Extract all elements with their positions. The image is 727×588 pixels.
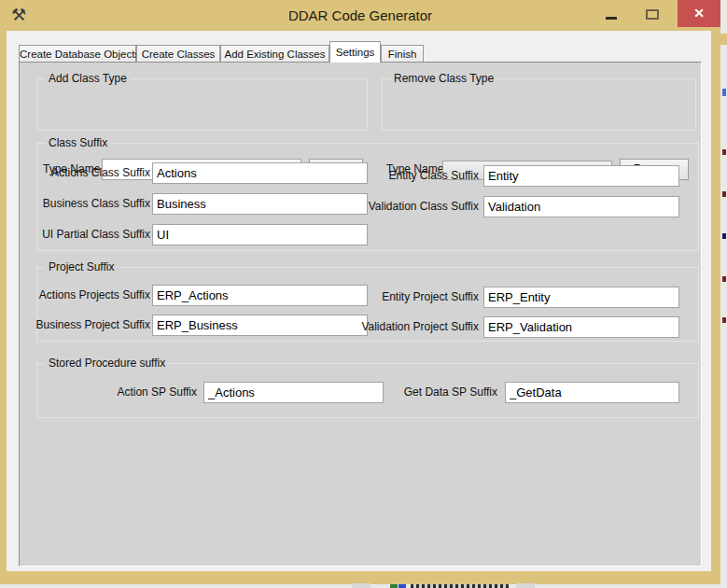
maximize-button[interactable] — [637, 0, 667, 27]
background-window-sliver — [722, 276, 726, 282]
entity-project-suffix-label: Entity Project Suffix — [356, 287, 479, 308]
action-sp-suffix-label: Action SP Suffix — [74, 382, 197, 403]
tab-add-existing-classes[interactable]: Add Existing Classes — [220, 45, 329, 63]
get-data-sp-suffix-label: Get Data SP Suffix — [374, 382, 497, 403]
group-legend: Add Class Type — [45, 72, 131, 85]
business-project-suffix-input[interactable] — [152, 315, 368, 336]
background-window-sliver — [722, 233, 726, 239]
tab-create-classes[interactable]: Create Classes — [136, 45, 220, 63]
group-remove-class-type: Remove Class Type — [382, 78, 696, 131]
group-legend: Project Suffix — [45, 260, 118, 273]
background-window-sliver — [722, 191, 726, 197]
close-button[interactable]: ✕ — [678, 0, 720, 27]
background-window-sliver — [390, 584, 398, 588]
validation-project-suffix-label: Validation Project Suffix — [356, 316, 479, 338]
tab-settings[interactable]: Settings — [329, 41, 381, 63]
actions-projects-suffix-label: Actions Projects Suffix — [29, 285, 150, 306]
background-window-sliver — [722, 317, 726, 323]
business-class-suffix-label: Business Class Suffix — [29, 193, 150, 215]
validation-class-suffix-input[interactable] — [483, 196, 679, 217]
actions-class-suffix-input[interactable] — [152, 162, 368, 184]
background-window-sliver — [720, 34, 727, 45]
ui-partial-class-suffix-label: UI Partial Class Suffix — [29, 224, 150, 245]
minimize-icon — [606, 17, 617, 20]
group-legend: Class Suffix — [45, 136, 111, 149]
validation-class-suffix-label: Validation Class Suffix — [356, 196, 479, 217]
entity-class-suffix-input[interactable] — [483, 165, 679, 187]
background-window-sliver — [722, 149, 726, 155]
title-bar[interactable]: ⚒ DDAR Code Generator ✕ — [0, 0, 720, 31]
action-sp-suffix-input[interactable] — [203, 382, 384, 403]
group-add-class-type: Add Class Type — [36, 78, 368, 131]
get-data-sp-suffix-input[interactable] — [505, 382, 679, 403]
background-window-sliver — [352, 583, 370, 588]
tab-create-database-objects[interactable]: Create Database Objects — [19, 45, 136, 63]
validation-project-suffix-input[interactable] — [483, 316, 679, 338]
entity-project-suffix-input[interactable] — [483, 287, 679, 308]
group-legend: Remove Class Type — [390, 72, 497, 85]
business-project-suffix-label: Business Project Suffix — [29, 315, 150, 336]
group-legend: Stored Procedure suffix — [45, 357, 169, 370]
background-window-sliver — [516, 583, 535, 588]
actions-class-suffix-label: Actions Class Suffix — [29, 162, 150, 184]
maximize-icon — [646, 9, 659, 20]
background-window-sliver — [398, 584, 406, 588]
business-class-suffix-input[interactable] — [152, 193, 368, 215]
screen: { "window": { "title": "DDAR Code Genera… — [0, 0, 727, 588]
entity-class-suffix-label: Entity Class Suffix — [356, 165, 479, 187]
background-window-sliver — [722, 89, 726, 96]
settings-tab-page: Add Class Type Type Name Add Remove Clas… — [19, 62, 702, 567]
ui-partial-class-suffix-input[interactable] — [152, 224, 368, 245]
app-window: ⚒ DDAR Code Generator ✕ Create Database … — [0, 0, 720, 584]
minimize-button[interactable] — [598, 0, 626, 27]
background-window-sliver — [411, 584, 509, 588]
tab-finish[interactable]: Finish — [381, 45, 424, 63]
actions-projects-suffix-input[interactable] — [152, 285, 368, 306]
